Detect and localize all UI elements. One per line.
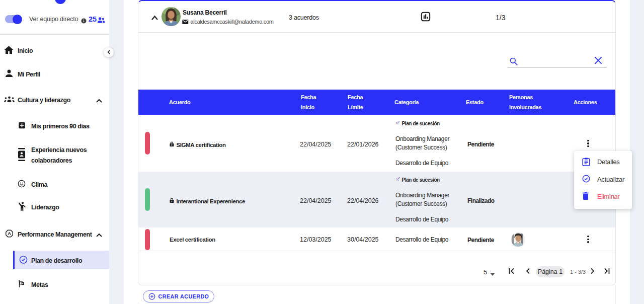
- svg-text:A: A: [8, 231, 11, 236]
